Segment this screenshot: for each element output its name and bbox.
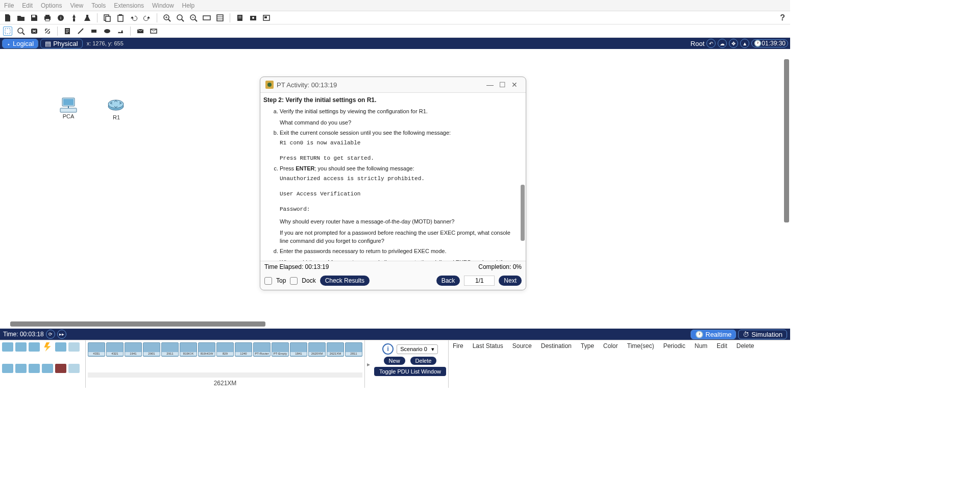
- models-scrollbar[interactable]: [88, 372, 362, 378]
- device-r1[interactable]: R1: [107, 98, 126, 120]
- back-button[interactable]: Back: [436, 276, 460, 286]
- viewport-icon[interactable]: [262, 13, 271, 22]
- check-results-button[interactable]: Check Results: [320, 276, 370, 286]
- custom-devices-icon[interactable]: [215, 13, 225, 22]
- scenario-select[interactable]: Scenario 0▾: [397, 344, 438, 354]
- print-icon[interactable]: [43, 13, 52, 22]
- subcat-switches[interactable]: [15, 364, 27, 373]
- col-fire[interactable]: Fire: [453, 342, 463, 350]
- cat-connections[interactable]: [42, 342, 53, 352]
- next-button[interactable]: Next: [499, 276, 522, 286]
- device-pca[interactable]: PCA: [59, 97, 78, 119]
- workspace-scroll-horizontal[interactable]: [10, 321, 265, 327]
- menu-view[interactable]: View: [70, 2, 83, 9]
- col-delete[interactable]: Delete: [737, 342, 754, 350]
- save-icon[interactable]: [30, 13, 39, 22]
- model-2621xm[interactable]: 2621XM: [327, 342, 344, 357]
- cluster-icon[interactable]: ☁: [718, 39, 727, 48]
- resize-icon[interactable]: [43, 27, 52, 36]
- cat-network-devices[interactable]: [2, 342, 13, 352]
- toggle-pdu-button[interactable]: Toggle PDU List Window: [374, 367, 446, 376]
- redo-icon[interactable]: [142, 13, 152, 22]
- top-checkbox[interactable]: [264, 277, 272, 285]
- workspace[interactable]: PCA R1 PT Activity: 00:13:19 — ☐ ✕ Step …: [0, 49, 790, 329]
- fast-forward-icon[interactable]: ▸▸: [57, 330, 66, 339]
- close-icon[interactable]: ✕: [508, 81, 521, 89]
- place-note-icon[interactable]: [63, 27, 72, 36]
- col-edit[interactable]: Edit: [717, 342, 727, 350]
- subcat-security[interactable]: [55, 364, 66, 373]
- zoom-reset-icon[interactable]: [176, 13, 185, 22]
- move-icon[interactable]: ✥: [729, 39, 738, 48]
- realtime-tab[interactable]: 🕐Realtime: [691, 330, 736, 339]
- delete-scenario-button[interactable]: Delete: [410, 357, 437, 365]
- col-periodic[interactable]: Periodic: [663, 342, 685, 350]
- select-icon[interactable]: [3, 27, 12, 36]
- menu-file[interactable]: File: [4, 2, 14, 9]
- physical-tab[interactable]: ▤Physical: [40, 39, 82, 48]
- flask-icon[interactable]: [83, 13, 92, 22]
- cat-end-devices[interactable]: [15, 342, 27, 352]
- menu-window[interactable]: Window: [152, 2, 174, 9]
- zoom-out-icon[interactable]: [189, 13, 198, 22]
- panel-divider[interactable]: ▸: [365, 340, 372, 388]
- model-1941[interactable]: 1941: [125, 342, 142, 357]
- draw-line-icon[interactable]: [76, 27, 85, 36]
- drawing-palette-icon[interactable]: [202, 13, 211, 22]
- help-icon[interactable]: ?: [780, 13, 785, 22]
- model-819hgw[interactable]: 819HGW: [198, 342, 215, 357]
- activity-wizard-icon[interactable]: [69, 13, 79, 22]
- simple-pdu-icon[interactable]: [136, 27, 145, 36]
- col-source[interactable]: Source: [512, 342, 532, 350]
- draw-rect-icon[interactable]: [89, 27, 99, 36]
- model-819iox[interactable]: 819IOX: [180, 342, 197, 357]
- simulation-tab[interactable]: ⏱Simulation: [738, 330, 787, 339]
- screenshot-icon[interactable]: [249, 13, 258, 22]
- model-2620xm[interactable]: 2620XM: [308, 342, 326, 357]
- open-folder-icon[interactable]: [16, 13, 26, 22]
- menu-options[interactable]: Options: [41, 2, 62, 9]
- model-2901[interactable]: 2901: [143, 342, 160, 357]
- col-last-status[interactable]: Last Status: [473, 342, 503, 350]
- subcat-hubs[interactable]: [29, 364, 40, 373]
- notes-icon[interactable]: [235, 13, 244, 22]
- new-scenario-button[interactable]: New: [384, 357, 405, 365]
- dialog-scroll[interactable]: [521, 185, 525, 241]
- col-color[interactable]: Color: [603, 342, 618, 350]
- model-1240[interactable]: 1240: [235, 342, 252, 357]
- model-ptrouter[interactable]: PT-Router: [253, 342, 271, 357]
- col-num[interactable]: Num: [695, 342, 707, 350]
- col-time[interactable]: Time(sec): [627, 342, 654, 350]
- root-label[interactable]: Root: [691, 40, 704, 47]
- new-file-icon[interactable]: [3, 13, 12, 22]
- model-ptempty[interactable]: PT-Empty: [272, 342, 289, 357]
- draw-ellipse-icon[interactable]: [103, 27, 112, 36]
- cat-misc[interactable]: [55, 342, 66, 352]
- scenario-info-icon[interactable]: i: [382, 343, 394, 355]
- power-cycle-icon[interactable]: ⟳: [46, 330, 55, 339]
- cat-components[interactable]: [29, 342, 40, 352]
- copy-icon[interactable]: [103, 13, 112, 22]
- model-4331[interactable]: 4331: [88, 342, 105, 357]
- menu-help[interactable]: Help: [182, 2, 195, 9]
- logical-tab[interactable]: ⬩Logical: [2, 39, 38, 48]
- menu-edit[interactable]: Edit: [22, 2, 33, 9]
- undo-icon[interactable]: [129, 13, 138, 22]
- minimize-icon[interactable]: —: [484, 81, 496, 89]
- menu-extensions[interactable]: Extensions: [114, 2, 144, 9]
- subcat-wireless[interactable]: [42, 364, 53, 373]
- col-type[interactable]: Type: [581, 342, 594, 350]
- dock-checkbox[interactable]: [290, 277, 298, 285]
- draw-freeform-icon[interactable]: [116, 27, 125, 36]
- background-icon[interactable]: ▲: [740, 39, 749, 48]
- delete-icon[interactable]: [30, 27, 39, 36]
- menu-tools[interactable]: Tools: [91, 2, 106, 9]
- model-829[interactable]: 829: [216, 342, 234, 357]
- cat-multiuser[interactable]: [68, 342, 80, 352]
- back-nav-icon[interactable]: ↶: [706, 39, 716, 48]
- model-2811[interactable]: 2811: [345, 342, 362, 357]
- wizard-icon[interactable]: i: [56, 13, 65, 22]
- inspect-icon[interactable]: [16, 27, 26, 36]
- zoom-in-icon[interactable]: [162, 13, 172, 22]
- workspace-scroll-vertical[interactable]: [784, 59, 789, 222]
